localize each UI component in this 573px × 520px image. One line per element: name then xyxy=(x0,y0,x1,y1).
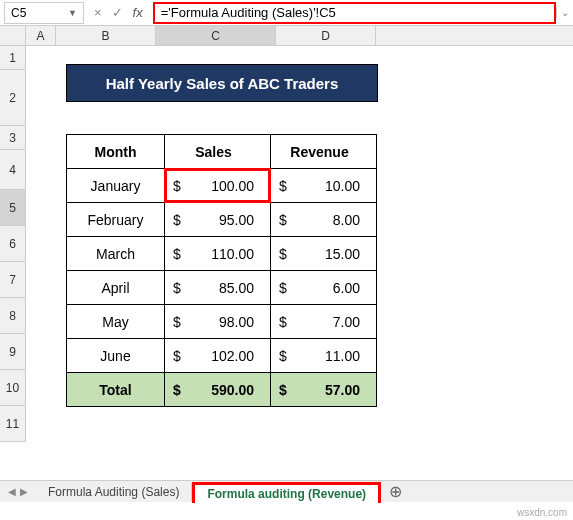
table-row: January$100.00$10.00 xyxy=(67,169,377,203)
spreadsheet-grid[interactable]: A B C D 1234567891011 Half Yearly Sales … xyxy=(0,26,573,480)
month-cell[interactable]: March xyxy=(67,237,165,271)
row-header-6[interactable]: 6 xyxy=(0,226,25,262)
table-row: February$95.00$8.00 xyxy=(67,203,377,237)
sales-cell[interactable]: $102.00 xyxy=(165,339,271,373)
sales-cell[interactable]: $95.00 xyxy=(165,203,271,237)
tab-revenue[interactable]: Formula auditing (Revenue) xyxy=(192,482,381,503)
row-header-10[interactable]: 10 xyxy=(0,370,25,406)
header-sales[interactable]: Sales xyxy=(165,135,271,169)
col-header-c[interactable]: C xyxy=(156,26,276,45)
table-row: May$98.00$7.00 xyxy=(67,305,377,339)
select-all-corner[interactable] xyxy=(0,26,26,46)
tab-sales[interactable]: Formula Auditing (Sales) xyxy=(36,483,192,501)
row-header-2[interactable]: 2 xyxy=(0,70,25,126)
fx-icon[interactable]: fx xyxy=(133,5,143,20)
watermark: wsxdn.com xyxy=(517,507,567,518)
column-headers: A B C D xyxy=(26,26,573,46)
revenue-cell[interactable]: $11.00 xyxy=(271,339,377,373)
formula-input[interactable]: ='Formula Auditing (Sales)'!C5 xyxy=(153,2,556,24)
month-cell[interactable]: May xyxy=(67,305,165,339)
chevron-down-icon[interactable]: ▼ xyxy=(68,8,77,18)
row-headers: 1234567891011 xyxy=(0,46,26,442)
total-sales[interactable]: $590.00 xyxy=(165,373,271,407)
row-header-1[interactable]: 1 xyxy=(0,46,25,70)
sales-cell[interactable]: $110.00 xyxy=(165,237,271,271)
row-header-11[interactable]: 11 xyxy=(0,406,25,442)
sales-cell[interactable]: $85.00 xyxy=(165,271,271,305)
table-row: March$110.00$15.00 xyxy=(67,237,377,271)
table-header-row: Month Sales Revenue xyxy=(67,135,377,169)
table-row: April$85.00$6.00 xyxy=(67,271,377,305)
total-label[interactable]: Total xyxy=(67,373,165,407)
revenue-cell[interactable]: $15.00 xyxy=(271,237,377,271)
header-revenue[interactable]: Revenue xyxy=(271,135,377,169)
row-header-5[interactable]: 5 xyxy=(0,190,25,226)
revenue-cell[interactable]: $10.00 xyxy=(271,169,377,203)
month-cell[interactable]: January xyxy=(67,169,165,203)
next-sheet-icon[interactable]: ▶ xyxy=(20,486,28,497)
formula-controls: × ✓ fx xyxy=(84,5,153,20)
sheet-tab-bar: ◀ ▶ Formula Auditing (Sales) Formula aud… xyxy=(0,480,573,502)
month-cell[interactable]: February xyxy=(67,203,165,237)
confirm-icon[interactable]: ✓ xyxy=(112,5,123,20)
revenue-cell[interactable]: $8.00 xyxy=(271,203,377,237)
formula-text: ='Formula Auditing (Sales)'!C5 xyxy=(161,5,336,20)
revenue-cell[interactable]: $7.00 xyxy=(271,305,377,339)
col-header-a[interactable]: A xyxy=(26,26,56,45)
col-header-d[interactable]: D xyxy=(276,26,376,45)
tab-nav: ◀ ▶ xyxy=(0,486,36,497)
header-month[interactable]: Month xyxy=(67,135,165,169)
row-header-3[interactable]: 3 xyxy=(0,126,25,150)
cell-reference: C5 xyxy=(11,6,26,20)
add-sheet-icon[interactable]: ⊕ xyxy=(381,482,410,501)
sales-cell[interactable]: $100.00 xyxy=(165,169,271,203)
revenue-cell[interactable]: $6.00 xyxy=(271,271,377,305)
prev-sheet-icon[interactable]: ◀ xyxy=(8,486,16,497)
row-header-4[interactable]: 4 xyxy=(0,150,25,190)
row-header-8[interactable]: 8 xyxy=(0,298,25,334)
sales-cell[interactable]: $98.00 xyxy=(165,305,271,339)
month-cell[interactable]: April xyxy=(67,271,165,305)
row-header-7[interactable]: 7 xyxy=(0,262,25,298)
expand-formula-icon[interactable]: ⌄ xyxy=(556,7,573,18)
total-row: Total$590.00$57.00 xyxy=(67,373,377,407)
month-cell[interactable]: June xyxy=(67,339,165,373)
total-revenue[interactable]: $57.00 xyxy=(271,373,377,407)
row-header-9[interactable]: 9 xyxy=(0,334,25,370)
formula-bar: C5 ▼ × ✓ fx ='Formula Auditing (Sales)'!… xyxy=(0,0,573,26)
col-header-b[interactable]: B xyxy=(56,26,156,45)
page-title: Half Yearly Sales of ABC Traders xyxy=(66,64,378,102)
name-box[interactable]: C5 ▼ xyxy=(4,2,84,24)
cancel-icon[interactable]: × xyxy=(94,5,102,20)
table-row: June$102.00$11.00 xyxy=(67,339,377,373)
sales-table: Month Sales Revenue January$100.00$10.00… xyxy=(66,134,377,407)
